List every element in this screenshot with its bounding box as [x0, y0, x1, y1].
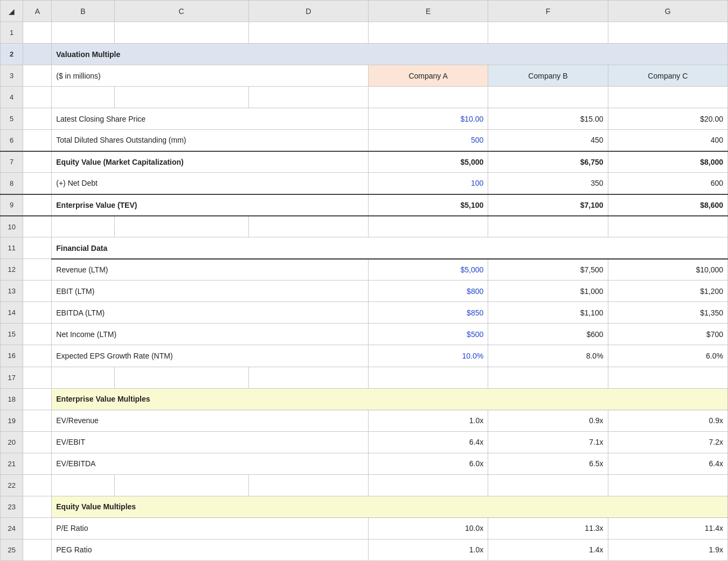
row-1: 1: [1, 22, 728, 44]
cell-3a: [23, 65, 52, 87]
cell-23a: [23, 496, 52, 517]
label-equity-value: Equity Value (Market Capitalization): [52, 151, 369, 173]
row-num-10: 10: [1, 216, 23, 237]
cell-22e: [368, 474, 488, 496]
cell-6g: 400: [608, 130, 727, 151]
cell-25a: [23, 539, 52, 560]
cell-14g: $1,350: [608, 302, 727, 324]
cell-4a: [23, 87, 52, 108]
cell-5f: $15.00: [488, 108, 608, 130]
cell-13a: [23, 280, 52, 302]
row-19: 19 EV/Revenue 1.0x 0.9x 0.9x: [1, 410, 728, 431]
cell-4e: [368, 87, 488, 108]
company-a-header: Company A: [368, 65, 488, 87]
label-ebitda: EBITDA (LTM): [52, 302, 369, 324]
row-12: 12 Revenue (LTM) $5,000 $7,500 $10,000: [1, 259, 728, 280]
cell-7g: $8,000: [608, 151, 727, 173]
cell-25g: 1.9x: [608, 539, 727, 560]
cell-1e: [368, 22, 488, 44]
label-share-price: Latest Closing Share Price: [52, 108, 369, 130]
col-a-header: A: [23, 1, 52, 22]
cell-22a: [23, 474, 52, 496]
row-5: 5 Latest Closing Share Price $10.00 $15.…: [1, 108, 728, 130]
cell-9a: [23, 194, 52, 216]
cell-17e: [368, 367, 488, 388]
valuation-multiple-header: Valuation Multiple: [52, 44, 728, 65]
cell-8f: 350: [488, 173, 608, 194]
row-num-24: 24: [1, 517, 23, 539]
cell-4c: [114, 87, 248, 108]
cell-18a: [23, 388, 52, 410]
row-14: 14 EBITDA (LTM) $850 $1,100 $1,350: [1, 302, 728, 324]
cell-10a: [23, 216, 52, 237]
cell-13g: $1,200: [608, 280, 727, 302]
cell-7a: [23, 151, 52, 173]
cell-17c: [114, 367, 248, 388]
row-13: 13 EBIT (LTM) $800 $1,000 $1,200: [1, 280, 728, 302]
label-net-debt: (+) Net Debt: [52, 173, 369, 194]
row-22: 22: [1, 474, 728, 496]
row-21: 21 EV/EBITDA 6.0x 6.5x 6.4x: [1, 453, 728, 474]
cell-1d: [248, 22, 368, 44]
cell-6a: [23, 130, 52, 151]
cell-14f: $1,100: [488, 302, 608, 324]
cell-8e: 100: [368, 173, 488, 194]
col-g-header: G: [608, 1, 727, 22]
cell-10c: [114, 216, 248, 237]
cell-10d: [248, 216, 368, 237]
cell-10b: [52, 216, 114, 237]
row-2: 2 Valuation Multiple: [1, 44, 728, 65]
cell-7f: $6,750: [488, 151, 608, 173]
cell-10e: [368, 216, 488, 237]
label-enterprise-value: Enterprise Value (TEV): [52, 194, 369, 216]
row-num-2: 2: [1, 44, 23, 65]
col-f-header: F: [488, 1, 608, 22]
cell-5e: $10.00: [368, 108, 488, 130]
row-num-20: 20: [1, 431, 23, 453]
row-20: 20 EV/EBIT 6.4x 7.1x 7.2x: [1, 431, 728, 453]
col-b-header: B: [52, 1, 114, 22]
column-header-row: ◢ A B C D E F G: [1, 1, 728, 22]
company-c-header: Company C: [608, 65, 727, 87]
cell-20f: 7.1x: [488, 431, 608, 453]
cell-7e: $5,000: [368, 151, 488, 173]
cell-17d: [248, 367, 368, 388]
cell-17g: [608, 367, 727, 388]
cell-22d: [248, 474, 368, 496]
cell-1b: [52, 22, 114, 44]
label-net-income: Net Income (LTM): [52, 324, 369, 345]
cell-5g: $20.00: [608, 108, 727, 130]
row-24: 24 P/E Ratio 10.0x 11.3x 11.4x: [1, 517, 728, 539]
cell-14e: $850: [368, 302, 488, 324]
row-num-5: 5: [1, 108, 23, 130]
cell-5a: [23, 108, 52, 130]
row-num-14: 14: [1, 302, 23, 324]
company-b-header: Company B: [488, 65, 608, 87]
row-num-15: 15: [1, 324, 23, 345]
cell-15g: $700: [608, 324, 727, 345]
equity-multiples-header: Equity Value Multiples: [52, 496, 728, 517]
cell-15f: $600: [488, 324, 608, 345]
row-17: 17: [1, 367, 728, 388]
row-num-17: 17: [1, 367, 23, 388]
cell-16f: 8.0%: [488, 345, 608, 367]
row-25: 25 PEG Ratio 1.0x 1.4x 1.9x: [1, 539, 728, 560]
row-4: 4: [1, 87, 728, 108]
row-num-4: 4: [1, 87, 23, 108]
cell-15e: $500: [368, 324, 488, 345]
cell-25e: 1.0x: [368, 539, 488, 560]
financial-data-header: Financial Data: [52, 237, 728, 259]
row-16: 16 Expected EPS Growth Rate (NTM) 10.0% …: [1, 345, 728, 367]
cell-17a: [23, 367, 52, 388]
cell-8g: 600: [608, 173, 727, 194]
cell-17b: [52, 367, 114, 388]
label-eps-growth: Expected EPS Growth Rate (NTM): [52, 345, 369, 367]
cell-15a: [23, 324, 52, 345]
row-num-19: 19: [1, 410, 23, 431]
cell-13e: $800: [368, 280, 488, 302]
cell-13f: $1,000: [488, 280, 608, 302]
cell-8a: [23, 173, 52, 194]
cell-12a: [23, 259, 52, 280]
cell-6f: 450: [488, 130, 608, 151]
cell-21g: 6.4x: [608, 453, 727, 474]
